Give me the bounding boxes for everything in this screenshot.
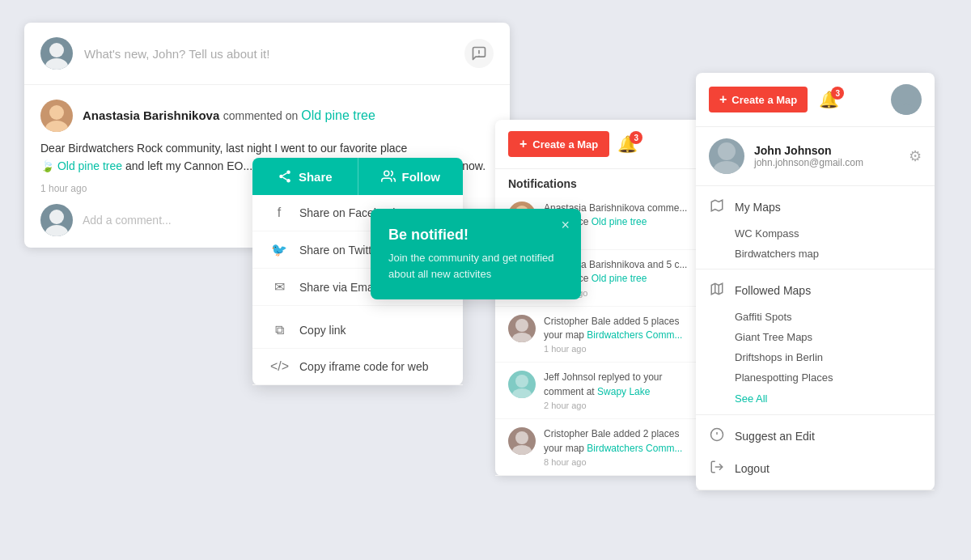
followed-maps-sub-1[interactable]: Gaffiti Spots [696,307,935,327]
new-post-row: What's new, John? Tell us about it! [24,23,510,85]
svg-point-27 [714,161,740,174]
profile-avatar [709,138,744,174]
suggest-section: Suggest an Edit Logout [696,415,935,490]
notification-bell[interactable]: 🔔 3 [617,134,638,154]
top-create-map-button[interactable]: + Create a Map [709,87,808,112]
comment-avatar [40,204,73,236]
my-maps-sub-1[interactable]: WC Kompass [696,223,935,244]
notification-badge: 3 [630,131,642,144]
top-notification-badge: 3 [831,87,844,100]
poster-name: Anastasia Barishnikova [83,108,219,122]
svg-point-20 [515,375,528,388]
notif-time-3: 1 hour ago [544,344,689,354]
top-plus-icon: + [719,92,727,107]
svg-point-5 [45,121,68,132]
followed-maps-item[interactable]: Followed Maps [696,274,935,307]
followed-maps-icon [709,282,725,299]
my-maps-section: My Maps WC Kompass Birdwatchers map [696,186,935,269]
code-icon: </> [270,359,288,374]
user-profile-row: John Johnson john.johnson@gmail.com ⚙ [696,127,935,186]
svg-point-13 [384,171,388,176]
svg-point-24 [898,87,914,104]
poster-avatar [40,100,73,132]
svg-marker-29 [711,283,723,295]
svg-point-1 [45,58,68,70]
share-button[interactable]: Share [252,158,358,195]
suggest-edit-label: Suggest an Edit [735,430,815,443]
post-header: Anastasia Barishnikova commented on Old … [40,100,494,132]
see-all-link[interactable]: See All [696,388,935,409]
notif-item-5: Cristopher Bale added 2 places your map … [495,419,702,476]
notif-item-4: Jeff Johnsol replyed to your comment at … [495,363,702,419]
create-map-button[interactable]: + Create a Map [508,131,609,157]
notified-title: Be notified! [388,227,563,244]
copy-link[interactable]: ⧉ Copy link [252,312,463,349]
user-menu-panel: + Create a Map 🔔 3 John Johnson john.joh… [696,73,935,490]
close-button[interactable]: × [561,217,570,234]
notif-header: + Create a Map 🔔 3 [495,120,702,169]
svg-point-9 [279,175,283,179]
svg-point-18 [515,319,528,332]
notif-item-3: Cristopher Bale added 5 places your map … [495,307,702,363]
logout-label: Logout [735,462,770,475]
svg-point-0 [49,43,64,57]
be-notified-popup: × Be notified! Join the community and ge… [371,209,581,299]
post-action: commented on [223,109,302,122]
my-maps-icon [709,198,725,216]
followed-maps-section: Followed Maps Gaffiti Spots Giant Tree M… [696,269,935,415]
share-action-row: Share Follow [252,158,463,195]
twitter-icon: 🐦 [270,242,288,257]
followed-maps-sub-2[interactable]: Giant Tree Maps [696,327,935,347]
profile-name: John Johnson [754,144,863,157]
svg-point-7 [45,225,68,236]
gear-icon[interactable]: ⚙ [909,147,922,165]
notif-avatar-4 [508,371,536,398]
notifications-title: Notifications [495,169,702,193]
post-icon-button[interactable] [464,39,494,68]
follow-button[interactable]: Follow [358,158,464,195]
svg-point-4 [49,105,64,120]
current-user-avatar [40,37,73,70]
top-notification-bell[interactable]: 🔔 3 [819,90,839,109]
my-maps-sub-2[interactable]: Birdwatchers map [696,244,935,264]
notif-text-4: Jeff Johnsol replyed to your comment at … [544,371,689,399]
svg-point-25 [895,104,918,115]
svg-point-21 [512,388,532,398]
followed-maps-sub-3[interactable]: Driftshops in Berlin [696,347,935,367]
svg-point-19 [512,333,532,342]
top-user-avatar[interactable] [891,84,922,115]
svg-point-10 [286,179,290,183]
svg-point-8 [286,171,290,175]
followed-maps-sub-4[interactable]: Planespotting Places [696,367,935,388]
svg-marker-28 [711,200,723,211]
svg-point-26 [718,142,736,160]
my-maps-item[interactable]: My Maps [696,191,935,223]
post-link[interactable]: Old pine tree [301,108,375,122]
plus-icon: + [519,137,527,151]
svg-line-11 [282,177,286,180]
followed-maps-label: Followed Maps [735,284,811,297]
svg-line-12 [282,173,286,176]
notif-avatar-5 [508,427,536,455]
post-body-link[interactable]: 🍃 Old pine tree [40,159,122,172]
logout-icon [709,460,725,477]
post-input-placeholder[interactable]: What's new, John? Tell us about it! [84,47,453,61]
my-maps-label: My Maps [735,201,781,214]
user-menu-topbar: + Create a Map 🔔 3 [696,73,935,127]
email-icon: ✉ [270,279,288,295]
notif-text-3: Cristopher Bale added 5 places your map … [544,315,689,343]
profile-email: john.johnson@gmail.com [754,157,863,168]
logout-item[interactable]: Logout [696,452,935,485]
facebook-icon: f [270,206,288,220]
suggest-edit-item[interactable]: Suggest an Edit [696,420,935,452]
notif-time-4: 2 hour ago [544,401,689,410]
svg-point-23 [512,445,532,455]
notif-time-5: 8 hour ago [544,457,689,467]
comment-input[interactable]: Add a comment... [83,214,172,227]
svg-point-22 [515,431,528,444]
suggest-icon [709,427,725,445]
copy-iframe[interactable]: </> Copy iframe code for web [252,349,463,385]
copy-icon: ⧉ [270,323,288,337]
notified-body: Join the community and get notified abou… [388,250,563,282]
notif-avatar-3 [508,315,536,342]
